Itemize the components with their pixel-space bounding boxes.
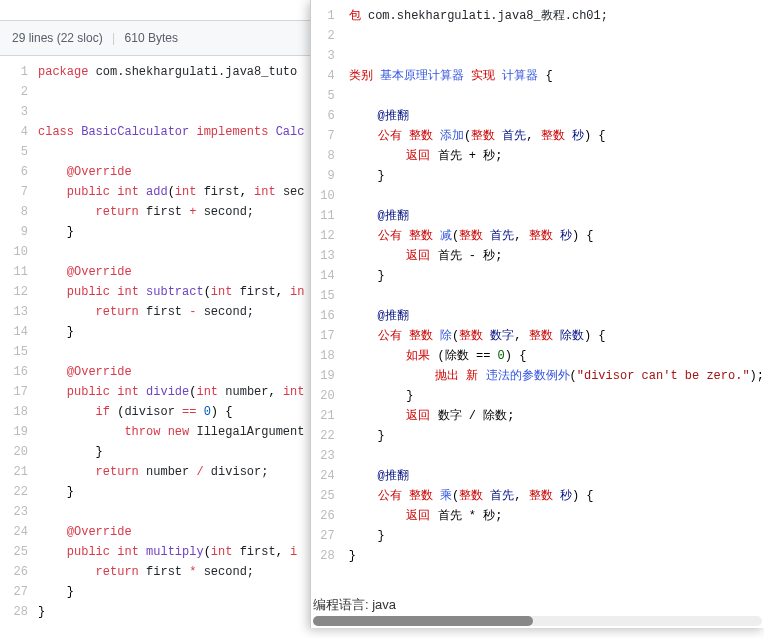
line-number: 24 <box>311 466 335 486</box>
code-line[interactable]: 公有 整数 除(整数 数字, 整数 除数) { <box>349 326 764 346</box>
line-number: 26 <box>311 506 335 526</box>
code-line[interactable]: 返回 首先 * 秒; <box>349 506 764 526</box>
line-number: 15 <box>311 286 335 306</box>
line-number: 16 <box>0 362 28 382</box>
code-line[interactable] <box>349 86 764 106</box>
line-number: 25 <box>311 486 335 506</box>
code-line[interactable]: } <box>38 322 310 342</box>
code-line[interactable]: @Override <box>38 162 310 182</box>
line-number: 27 <box>0 582 28 602</box>
code-line[interactable]: } <box>349 426 764 446</box>
code-line[interactable] <box>349 26 764 46</box>
line-number: 17 <box>0 382 28 402</box>
line-number: 1 <box>0 62 28 82</box>
line-number: 24 <box>0 522 28 542</box>
line-number: 1 <box>311 6 335 26</box>
line-number: 10 <box>0 242 28 262</box>
code-line[interactable]: 类别 基本原理计算器 实现 计算器 { <box>349 66 764 86</box>
line-number: 4 <box>0 122 28 142</box>
line-number: 9 <box>0 222 28 242</box>
horizontal-scrollbar[interactable] <box>313 616 762 626</box>
code-line[interactable]: @推翻 <box>349 206 764 226</box>
code-line[interactable]: } <box>349 526 764 546</box>
line-number: 19 <box>0 422 28 442</box>
line-number: 9 <box>311 166 335 186</box>
code-line[interactable] <box>349 286 764 306</box>
code-line[interactable]: if (divisor == 0) { <box>38 402 310 422</box>
code-line[interactable]: return first - second; <box>38 302 310 322</box>
code-line[interactable]: 如果 (除数 == 0) { <box>349 346 764 366</box>
code-line[interactable]: @推翻 <box>349 466 764 486</box>
code-line[interactable]: return first + second; <box>38 202 310 222</box>
line-number: 5 <box>0 142 28 162</box>
line-number: 23 <box>311 446 335 466</box>
line-number: 4 <box>311 66 335 86</box>
code-line[interactable] <box>38 82 310 102</box>
code-line[interactable]: 返回 数字 / 除数; <box>349 406 764 426</box>
scrollbar-thumb[interactable] <box>313 616 533 626</box>
line-number-gutter: 1234567891011121314151617181920212223242… <box>311 6 349 566</box>
code-line[interactable]: @Override <box>38 522 310 542</box>
code-line[interactable]: 抛出 新 违法的参数例外("divisor can't be zero."); <box>349 366 764 386</box>
line-number: 7 <box>0 182 28 202</box>
code-line[interactable] <box>38 142 310 162</box>
line-number: 23 <box>0 502 28 522</box>
code-line[interactable]: package com.shekhargulati.java8_tuto <box>38 62 310 82</box>
line-number: 3 <box>0 102 28 122</box>
language-label: 编程语言: java <box>313 596 396 614</box>
code-line[interactable]: } <box>38 582 310 602</box>
code-line[interactable]: return number / divisor; <box>38 462 310 482</box>
code-line[interactable]: public int multiply(int first, i <box>38 542 310 562</box>
code-line[interactable]: 公有 整数 乘(整数 首先, 整数 秒) { <box>349 486 764 506</box>
code-line[interactable]: 返回 首先 - 秒; <box>349 246 764 266</box>
code-line[interactable]: return first * second; <box>38 562 310 582</box>
code-line[interactable]: class BasicCalculator implements Calc <box>38 122 310 142</box>
file-info-header: 29 lines (22 sloc) | 610 Bytes <box>0 20 310 56</box>
code-line[interactable]: } <box>38 602 310 622</box>
code-line[interactable]: public int subtract(int first, in <box>38 282 310 302</box>
line-number: 22 <box>311 426 335 446</box>
line-number: 7 <box>311 126 335 146</box>
code-line[interactable]: throw new IllegalArgument <box>38 422 310 442</box>
line-number: 26 <box>0 562 28 582</box>
code-line[interactable]: } <box>349 266 764 286</box>
code-line[interactable]: @Override <box>38 362 310 382</box>
code-line[interactable]: } <box>349 386 764 406</box>
code-line[interactable]: @Override <box>38 262 310 282</box>
line-number: 2 <box>311 26 335 46</box>
separator: | <box>112 31 115 45</box>
line-number: 14 <box>0 322 28 342</box>
left-code-block[interactable]: 1234567891011121314151617181920212223242… <box>0 62 310 622</box>
code-line[interactable]: public int divide(int number, int <box>38 382 310 402</box>
code-line[interactable] <box>349 186 764 206</box>
line-number: 15 <box>0 342 28 362</box>
code-line[interactable] <box>349 46 764 66</box>
code-line[interactable] <box>38 242 310 262</box>
line-number: 12 <box>311 226 335 246</box>
line-number: 28 <box>311 546 335 566</box>
code-line[interactable]: } <box>38 442 310 462</box>
right-code-block[interactable]: 1234567891011121314151617181920212223242… <box>311 0 764 566</box>
line-number: 22 <box>0 482 28 502</box>
code-line[interactable]: } <box>38 482 310 502</box>
code-line[interactable]: 包 com.shekhargulati.java8_教程.ch01; <box>349 6 764 26</box>
code-line[interactable]: 公有 整数 添加(整数 首先, 整数 秒) { <box>349 126 764 146</box>
code-line[interactable]: } <box>349 166 764 186</box>
line-number: 13 <box>0 302 28 322</box>
code-line[interactable] <box>38 102 310 122</box>
code-content[interactable]: package com.shekhargulati.java8_tuto cla… <box>38 62 310 622</box>
code-line[interactable]: } <box>349 546 764 566</box>
code-content[interactable]: 包 com.shekhargulati.java8_教程.ch01; 类别 基本… <box>349 6 764 566</box>
code-line[interactable]: 返回 首先 + 秒; <box>349 146 764 166</box>
translated-panel-right: 1234567891011121314151617181920212223242… <box>310 0 764 628</box>
line-number: 14 <box>311 266 335 286</box>
code-line[interactable] <box>38 342 310 362</box>
code-line[interactable]: @推翻 <box>349 306 764 326</box>
code-line[interactable]: public int add(int first, int sec <box>38 182 310 202</box>
line-number: 20 <box>0 442 28 462</box>
code-line[interactable]: 公有 整数 减(整数 首先, 整数 秒) { <box>349 226 764 246</box>
code-line[interactable]: @推翻 <box>349 106 764 126</box>
code-line[interactable]: } <box>38 222 310 242</box>
code-line[interactable] <box>349 446 764 466</box>
code-line[interactable] <box>38 502 310 522</box>
